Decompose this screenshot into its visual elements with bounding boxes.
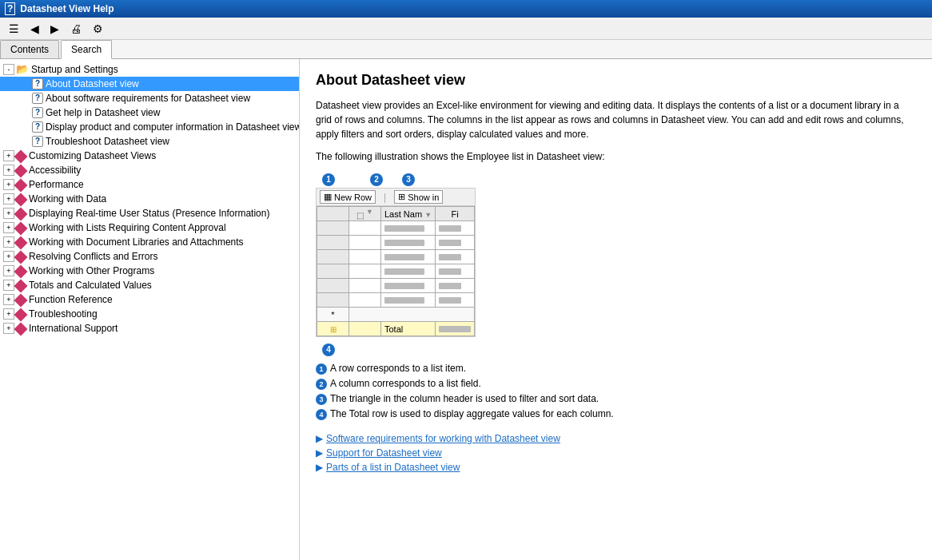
cell-4-1 <box>381 264 436 279</box>
main-layout: - 📂 Startup and Settings ? About Datashe… <box>0 59 932 560</box>
ds-row-1 <box>317 221 475 236</box>
tab-bar: Contents Search <box>0 40 932 59</box>
tree-item-gethelp[interactable]: ? Get help in Datasheet view <box>0 105 299 120</box>
tree-item-realtime[interactable]: + Displaying Real-time User Status (Pres… <box>0 206 299 220</box>
tree-item-troubleshooting[interactable]: + Troubleshooting <box>0 307 299 321</box>
link-parts[interactable]: Parts of a list in Datasheet view <box>326 462 460 473</box>
link-support[interactable]: Support for Datasheet view <box>326 447 442 459</box>
cell-3-0 <box>349 250 381 264</box>
diamond-icon-working-doc <box>14 236 28 249</box>
title-bar: ? Datasheet View Help <box>0 0 932 18</box>
tree-item-working-other[interactable]: + Working with Other Programs <box>0 264 299 278</box>
tree-item-troubleshoot[interactable]: ? Troubleshoot Datasheet view <box>0 134 299 149</box>
ds-showin-btn[interactable]: ⊞ Show in <box>394 190 443 204</box>
print-button[interactable]: 🖨 <box>66 20 86 38</box>
tree-label-realtime: Displaying Real-time User Status (Presen… <box>29 207 269 220</box>
ann-num-4: 4 <box>316 409 327 420</box>
expand-working-other[interactable]: + <box>3 265 14 276</box>
cell-4-0 <box>349 264 381 279</box>
tree-item-working-lists[interactable]: + Working with Lists Requiring Content A… <box>0 220 299 235</box>
expand-accessibility[interactable]: + <box>3 165 14 176</box>
ds-toolbar: ▦ New Row | ⊞ Show in <box>317 189 475 206</box>
tree-label-sw: About software requirements for Datashee… <box>46 92 250 105</box>
diamond-icon-realtime <box>14 207 28 220</box>
tab-contents[interactable]: Contents <box>0 40 59 58</box>
ds-newrow-label: New Row <box>334 193 372 202</box>
expand-performance[interactable]: + <box>3 179 14 190</box>
ds-row-2 <box>317 236 475 250</box>
row-header-5 <box>317 279 349 293</box>
expand-startup[interactable]: - <box>3 64 14 75</box>
tree-label-totals: Totals and Calculated Values <box>29 279 152 292</box>
options-button[interactable]: ⚙ <box>89 20 107 38</box>
cell-5-2 <box>436 279 475 293</box>
forward-button[interactable]: ▶ <box>46 20 63 38</box>
tree-item-about[interactable]: ? About Datasheet view <box>0 77 299 91</box>
tree-label-function-ref: Function Reference <box>29 293 113 306</box>
hide-button[interactable]: ☰ <box>5 20 23 38</box>
ds-newrow-btn[interactable]: ▦ New Row <box>320 190 376 204</box>
ds-showin-label: Show in <box>408 193 439 202</box>
tree-item-customizing[interactable]: + Customizing Datasheet Views <box>0 149 299 163</box>
question-icon-gethelp: ? <box>32 107 43 118</box>
expand-working-lists[interactable]: + <box>3 222 14 233</box>
expand-working-doc[interactable]: + <box>3 236 14 248</box>
back-button[interactable]: ◀ <box>26 20 43 38</box>
tree-label-accessibility: Accessibility <box>29 164 81 177</box>
ds-row-5 <box>317 279 475 293</box>
diamond-icon-working-data <box>14 193 28 206</box>
callout-2: 2 <box>370 173 383 186</box>
ann-text-2: A column corresponds to a list field. <box>330 378 481 389</box>
tree-item-display-product[interactable]: ? Display product and computer informati… <box>0 120 299 134</box>
expand-realtime[interactable]: + <box>3 208 14 219</box>
cell-5-1 <box>381 279 436 293</box>
col-header-0: ⬚ ▼ <box>349 207 381 221</box>
cell-6-1 <box>381 293 436 308</box>
col-header-empty <box>317 207 349 221</box>
tree-item-working-data[interactable]: + Working with Data <box>0 192 299 206</box>
tree-item-totals[interactable]: + Totals and Calculated Values <box>0 278 299 292</box>
expand-totals[interactable]: + <box>3 280 14 291</box>
tree-label-working-other: Working with Other Programs <box>29 264 154 277</box>
tab-search[interactable]: Search <box>61 40 112 59</box>
expand-international[interactable]: + <box>3 323 14 334</box>
expand-working-data[interactable]: + <box>3 193 14 205</box>
expand-troubleshooting[interactable]: + <box>3 308 14 320</box>
tree-item-performance[interactable]: + Performance <box>0 177 299 192</box>
diamond-icon-troubleshooting <box>14 308 28 321</box>
window-title: Datasheet View Help <box>20 3 114 14</box>
tree-item-resolving[interactable]: + Resolving Conflicts and Errors <box>0 249 299 264</box>
diamond-icon-accessibility <box>14 164 28 177</box>
callout-4: 4 <box>322 344 335 356</box>
tree-item-working-doc[interactable]: + Working with Document Libraries and At… <box>0 235 299 249</box>
ds-row-4 <box>317 264 475 279</box>
cell-1-2 <box>436 221 475 236</box>
tree-item-software-req[interactable]: ? About software requirements for Datash… <box>0 91 299 105</box>
tree-label-display: Display product and computer information… <box>46 121 300 133</box>
link-software-req[interactable]: Software requirements for working with D… <box>326 433 560 444</box>
ann-num-3: 3 <box>316 394 327 405</box>
annotation-4: 4 The Total row is used to display aggre… <box>316 408 916 420</box>
expand-resolving[interactable]: + <box>3 251 14 262</box>
diamond-icon-performance <box>14 178 28 192</box>
tree-item-international[interactable]: + International Support <box>0 321 299 336</box>
cell-3-1 <box>381 250 436 264</box>
diamond-icon-resolving <box>14 250 28 264</box>
question-icon-about: ? <box>32 78 43 89</box>
cell-total-val <box>436 322 475 336</box>
tree-item-startup[interactable]: - 📂 Startup and Settings <box>0 62 299 77</box>
row-header-3 <box>317 250 349 264</box>
link-arrow-2: ▶ <box>316 447 323 459</box>
content-title: About Datasheet view <box>316 72 916 89</box>
toolbar: ☰ ◀ ▶ 🖨 ⚙ <box>0 18 932 40</box>
ann-text-1: A row corresponds to a list item. <box>330 363 466 374</box>
cell-4-2 <box>436 264 475 279</box>
expand-customizing[interactable]: + <box>3 150 14 161</box>
diamond-icon-working-other <box>14 264 28 278</box>
tree-item-accessibility[interactable]: + Accessibility <box>0 163 299 177</box>
ann-text-4: The Total row is used to display aggrega… <box>330 408 614 419</box>
expand-function-ref[interactable]: + <box>3 294 14 305</box>
ann-num-1: 1 <box>316 363 327 375</box>
link-arrow-3: ▶ <box>316 462 323 473</box>
tree-item-function-ref[interactable]: + Function Reference <box>0 292 299 307</box>
